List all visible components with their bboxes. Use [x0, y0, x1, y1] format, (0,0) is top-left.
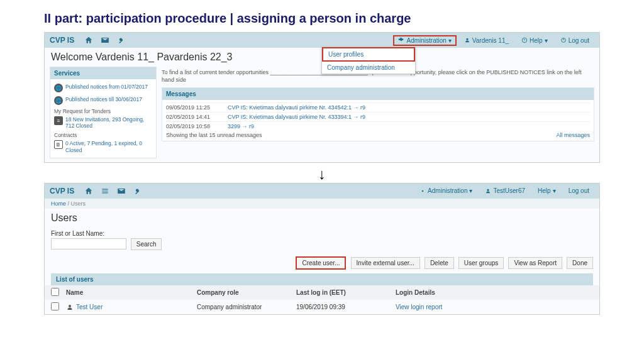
- request-tenders-heading: My Request for Tenders: [54, 108, 152, 114]
- user-role: Company administrator: [197, 304, 291, 310]
- dropdown-user-profiles[interactable]: User profiles: [322, 47, 415, 62]
- col-login-details[interactable]: Login Details: [396, 289, 593, 296]
- action-buttons: Create user... Invite external user... D…: [45, 253, 599, 273]
- search-label: First or Last Name:: [51, 230, 593, 237]
- view-report-button[interactable]: View as Report: [508, 257, 562, 269]
- list-icon[interactable]: [98, 185, 112, 197]
- help-link[interactable]: ?Help▾: [516, 36, 553, 45]
- user-link[interactable]: TestUser67: [480, 186, 530, 195]
- svg-rect-4: [563, 38, 564, 40]
- logout-link[interactable]: Log out: [555, 36, 594, 45]
- globe-icon: 🌐: [54, 96, 63, 105]
- arrow-down-icon: ↓: [44, 165, 600, 183]
- row-checkbox[interactable]: [51, 302, 59, 310]
- list-icon: ≡: [54, 116, 63, 125]
- document-icon: 🗎: [54, 140, 63, 149]
- invite-external-user-button[interactable]: Invite external user...: [351, 257, 420, 269]
- messages-panel: Messages 09/05/2019 11:25CVP IS: Kvietim…: [162, 87, 594, 141]
- contracts-heading: Contracts: [54, 132, 152, 138]
- message-row[interactable]: 02/05/2019 10:583299 → r9: [166, 121, 590, 131]
- mail-icon[interactable]: [114, 185, 128, 197]
- login-report-link[interactable]: View login report: [396, 304, 593, 310]
- create-user-button[interactable]: Create user...: [296, 256, 346, 270]
- breadcrumb-home[interactable]: Home: [51, 200, 66, 207]
- key-icon[interactable]: [114, 35, 128, 46]
- admin-dropdown: User profiles Company administration: [321, 47, 416, 74]
- messages-footer-text: Showing the last 15 unread messages: [166, 132, 262, 138]
- slide-title: II part: participation procedure | assig…: [0, 0, 644, 32]
- done-button[interactable]: Done: [567, 257, 593, 269]
- topbar: CVP IS Administration▾ Vardenis 11_ ?Hel…: [45, 33, 599, 48]
- user-groups-button[interactable]: User groups: [458, 257, 504, 269]
- all-messages-link[interactable]: All messages: [556, 132, 590, 138]
- col-name[interactable]: Name: [66, 289, 192, 296]
- app-screenshot-2: CVP IS Administration▾ TestUser67 Help▾ …: [44, 183, 600, 315]
- app-screenshot-1: CVP IS Administration▾ Vardenis 11_ ?Hel…: [44, 32, 600, 163]
- home-icon[interactable]: [82, 185, 96, 197]
- user-icon: [66, 304, 74, 311]
- message-row[interactable]: 09/05/2019 11:25CVP IS: Kvietimas dalyva…: [166, 102, 590, 112]
- svg-text:?: ?: [524, 38, 526, 42]
- mail-icon[interactable]: [98, 35, 112, 46]
- slide-body: CVP IS Administration▾ Vardenis 11_ ?Hel…: [0, 32, 644, 315]
- messages-title: Messages: [162, 88, 594, 100]
- published-notices-link-1[interactable]: Published notices from 01/07/2017: [65, 84, 148, 90]
- brand-logo: CVP IS: [50, 187, 79, 195]
- search-area: First or Last Name: Search: [45, 228, 599, 253]
- topbar: CVP IS Administration▾ TestUser67 Help▾ …: [45, 184, 599, 199]
- key-icon[interactable]: [131, 185, 145, 197]
- logout-link[interactable]: Log out: [564, 186, 594, 195]
- help-link[interactable]: Help▾: [533, 186, 561, 195]
- table-row: Test User Company administrator 19/06/20…: [45, 300, 599, 314]
- svg-point-5: [422, 190, 424, 192]
- delete-button[interactable]: Delete: [425, 257, 454, 269]
- breadcrumb: Home / Users: [45, 199, 599, 209]
- select-all-checkbox[interactable]: [51, 288, 59, 296]
- user-link[interactable]: Vardenis 11_: [459, 36, 514, 45]
- admin-menu[interactable]: Administration▾: [414, 186, 477, 195]
- dropdown-company-admin[interactable]: Company administration: [322, 62, 415, 74]
- col-last-login[interactable]: Last log in (EET): [296, 289, 391, 296]
- list-of-users-title: List of users: [51, 273, 593, 285]
- admin-menu[interactable]: Administration▾: [393, 35, 456, 46]
- published-notices-link-2[interactable]: Published notices till 30/06/2017: [65, 96, 142, 102]
- message-row[interactable]: 02/05/2019 14:41CVP IS: Kvietimas dalyva…: [166, 112, 590, 121]
- brand-logo: CVP IS: [50, 36, 79, 45]
- user-last-login: 19/06/2019 09:39: [296, 304, 391, 310]
- home-icon[interactable]: [82, 35, 96, 46]
- col-role[interactable]: Company role: [197, 289, 291, 296]
- page-title: Users: [45, 209, 599, 228]
- services-panel: Services 🌐Published notices from 01/07/2…: [50, 67, 157, 158]
- user-name-link[interactable]: Test User: [76, 304, 103, 310]
- search-input[interactable]: [51, 238, 126, 250]
- search-button[interactable]: Search: [131, 238, 162, 250]
- table-header: Name Company role Last log in (EET) Logi…: [45, 285, 599, 300]
- request-tenders-link[interactable]: 18 New Invitations, 293 Ongoing, 712 Clo…: [65, 116, 152, 129]
- globe-icon: 🌐: [54, 84, 63, 92]
- contracts-link[interactable]: 0 Active, 7 Pending, 1 expired, 0 Closed: [65, 140, 152, 153]
- services-title: Services: [50, 67, 156, 79]
